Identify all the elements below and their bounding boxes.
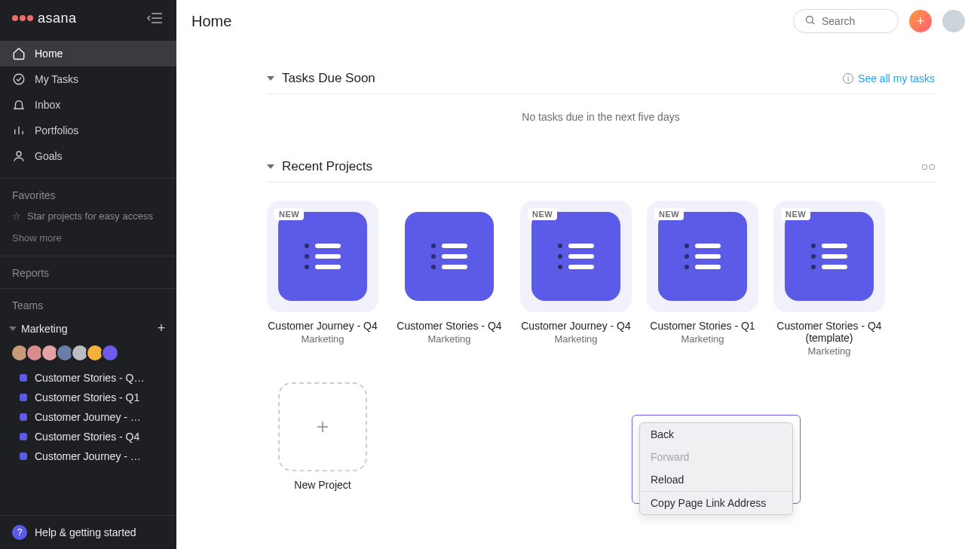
home-icon bbox=[12, 47, 26, 60]
create-button[interactable]: + bbox=[909, 10, 932, 32]
teams-label: Teams bbox=[0, 289, 176, 316]
tasks-due-header: Tasks Due Soon i See all my tasks bbox=[267, 65, 935, 94]
nav-inbox-label: Inbox bbox=[35, 99, 60, 111]
ctx-reload[interactable]: Reload bbox=[640, 468, 792, 491]
project-subtitle: Marketing bbox=[554, 333, 597, 345]
project-tile-icon bbox=[278, 212, 367, 301]
nav-portfolios[interactable]: Portfolios bbox=[0, 118, 176, 143]
brand-name: asana bbox=[38, 11, 77, 26]
nav-home[interactable]: Home bbox=[0, 41, 176, 66]
project-color-icon bbox=[20, 452, 27, 460]
nav-inbox[interactable]: Inbox bbox=[0, 92, 176, 118]
sidebar-project[interactable]: Customer Stories - Q4 bbox=[0, 427, 176, 446]
see-all-tasks-link[interactable]: i See all my tasks bbox=[843, 72, 935, 84]
project-color-icon bbox=[20, 394, 27, 401]
ctx-forward: Forward bbox=[640, 446, 792, 468]
project-card[interactable]: NEW Customer Stories - Q4 (template) Mar… bbox=[773, 201, 885, 357]
svg-point-7 bbox=[17, 152, 21, 156]
sidebar-project[interactable]: Customer Stories - Q1 bbox=[0, 388, 176, 407]
sidebar: asana Home My Tasks Inbox Portfolios bbox=[0, 0, 176, 549]
star-icon: ☆ bbox=[12, 210, 21, 222]
person-icon bbox=[12, 149, 26, 163]
chevron-down-icon bbox=[9, 327, 17, 331]
chevron-down-icon[interactable] bbox=[267, 76, 274, 81]
project-tile-icon bbox=[658, 212, 747, 301]
help-link[interactable]: ? Help & getting started bbox=[0, 515, 176, 549]
avatar[interactable] bbox=[101, 344, 119, 362]
sidebar-project[interactable]: Customer Stories - Q… bbox=[0, 368, 176, 388]
grid-view-icon[interactable] bbox=[922, 164, 935, 170]
show-more-link[interactable]: Show more bbox=[0, 226, 176, 251]
nav-goals-label: Goals bbox=[35, 150, 63, 162]
main-nav: Home My Tasks Inbox Portfolios Goals bbox=[0, 35, 176, 173]
project-title: Customer Journey - Q4 bbox=[268, 320, 378, 332]
favorites-label: Favorites bbox=[0, 179, 176, 206]
project-subtitle: Marketing bbox=[681, 333, 724, 345]
page-title: Home bbox=[191, 13, 231, 30]
nav-my-tasks-label: My Tasks bbox=[35, 73, 78, 85]
nav-goals[interactable]: Goals bbox=[0, 143, 176, 169]
project-title: Customer Stories - Q1 bbox=[650, 320, 755, 332]
new-project-label: New Project bbox=[294, 479, 351, 491]
bars-icon bbox=[12, 124, 26, 137]
context-menu: Back Forward Reload Copy Page Link Addre… bbox=[639, 422, 793, 515]
help-icon: ? bbox=[12, 525, 27, 540]
svg-line-9 bbox=[812, 22, 814, 24]
tasks-due-title: Tasks Due Soon bbox=[282, 71, 375, 86]
project-subtitle: Marketing bbox=[807, 345, 850, 357]
sidebar-project[interactable]: Customer Journey - … bbox=[0, 407, 176, 427]
project-tile-icon bbox=[531, 212, 620, 301]
search-box[interactable] bbox=[793, 9, 899, 33]
projects-grid: NEW Customer Journey - Q4 Marketing bbox=[267, 182, 935, 357]
project-title: Customer Stories - Q4 bbox=[397, 320, 501, 332]
nav-portfolios-label: Portfolios bbox=[35, 124, 78, 136]
bell-icon bbox=[12, 98, 26, 112]
brand-logo[interactable]: asana bbox=[12, 11, 77, 26]
collapse-sidebar-icon[interactable] bbox=[146, 9, 164, 27]
favorites-hint[interactable]: ☆ Star projects for easy access bbox=[0, 206, 176, 226]
plus-icon: + bbox=[317, 415, 329, 439]
new-badge: NEW bbox=[781, 208, 810, 220]
svg-point-3 bbox=[14, 74, 24, 84]
logo-icon bbox=[12, 15, 33, 21]
project-color-icon bbox=[20, 413, 27, 421]
nav-my-tasks[interactable]: My Tasks bbox=[0, 66, 176, 92]
svg-point-8 bbox=[807, 17, 813, 23]
recent-projects-header: Recent Projects bbox=[267, 153, 935, 182]
new-project-box: + bbox=[278, 382, 367, 471]
project-title: Customer Stories - Q4 (template) bbox=[773, 320, 885, 344]
project-subtitle: Marketing bbox=[301, 333, 344, 345]
new-badge: NEW bbox=[528, 208, 557, 220]
main: Home + Tasks Due Soon i See all my tasks bbox=[176, 0, 980, 549]
ctx-copy-link[interactable]: Copy Page Link Address bbox=[640, 492, 792, 514]
team-marketing[interactable]: Marketing bbox=[9, 323, 67, 335]
search-icon bbox=[804, 14, 816, 28]
add-team-button[interactable]: + bbox=[154, 321, 169, 336]
new-badge: NEW bbox=[274, 208, 304, 220]
project-card[interactable]: NEW Customer Journey - Q4 Marketing bbox=[520, 201, 632, 357]
recent-projects-title: Recent Projects bbox=[282, 159, 372, 174]
tasks-empty-state: No tasks due in the next five days bbox=[267, 94, 935, 123]
ctx-back[interactable]: Back bbox=[640, 423, 792, 446]
project-subtitle: Marketing bbox=[427, 333, 470, 345]
header: Home + bbox=[176, 0, 980, 42]
project-title: Customer Journey - Q4 bbox=[521, 320, 631, 332]
chevron-down-icon[interactable] bbox=[267, 164, 274, 169]
project-card[interactable]: Customer Stories - Q4 Marketing bbox=[394, 201, 505, 357]
info-icon: i bbox=[843, 73, 853, 84]
sidebar-project[interactable]: Customer Journey - … bbox=[0, 446, 176, 466]
project-card[interactable]: NEW Customer Stories - Q1 Marketing bbox=[647, 201, 758, 357]
check-circle-icon bbox=[12, 72, 26, 86]
user-avatar[interactable] bbox=[942, 10, 965, 32]
project-card[interactable]: NEW Customer Journey - Q4 Marketing bbox=[267, 201, 378, 357]
reports-label[interactable]: Reports bbox=[0, 256, 176, 284]
project-tile-icon bbox=[405, 212, 494, 301]
project-color-icon bbox=[20, 374, 27, 382]
new-project-card[interactable]: + New Project bbox=[267, 382, 378, 491]
nav-home-label: Home bbox=[35, 48, 63, 60]
team-avatars bbox=[0, 341, 176, 368]
search-input[interactable] bbox=[822, 15, 882, 27]
project-tile-icon bbox=[785, 212, 874, 301]
project-color-icon bbox=[20, 433, 27, 440]
plus-icon: + bbox=[917, 14, 925, 29]
